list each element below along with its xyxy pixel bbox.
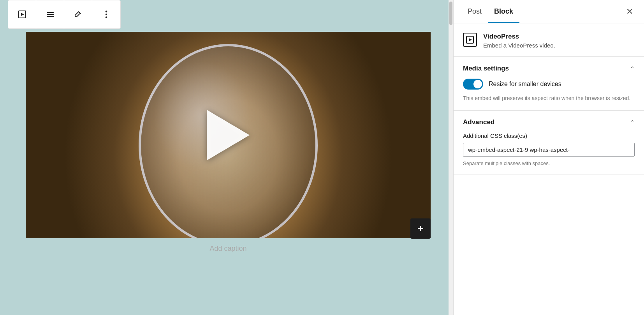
tab-post[interactable]: Post — [461, 0, 488, 23]
resize-toggle-row: Resize for smaller devices — [463, 79, 635, 90]
block-title: VideoPress — [483, 33, 555, 40]
edit-button[interactable] — [64, 0, 92, 28]
svg-rect-3 — [47, 14, 54, 15]
advanced-section: Advanced ⌃ Additional CSS class(es) Sepa… — [454, 111, 644, 174]
media-settings-chevron-icon: ⌃ — [630, 65, 635, 72]
sidebar-tabs: Post Block ✕ — [454, 0, 644, 23]
css-class-label: Additional CSS class(es) — [463, 132, 635, 139]
advanced-header[interactable]: Advanced ⌃ — [463, 118, 635, 126]
close-sidebar-button[interactable]: ✕ — [623, 5, 636, 18]
block-toolbar — [8, 0, 121, 29]
media-settings-section: Media settings ⌃ Resize for smaller devi… — [454, 57, 644, 111]
editor-area: Add caption + — [0, 0, 449, 315]
svg-marker-1 — [21, 13, 24, 16]
sidebar: Post Block ✕ VideoPress Embed a VideoPre… — [453, 0, 644, 315]
css-class-input[interactable] — [463, 143, 635, 157]
block-info: VideoPress Embed a VideoPress video. — [454, 23, 644, 57]
media-settings-description: This embed will preserve its aspect rati… — [463, 94, 635, 102]
more-options-button[interactable] — [92, 0, 120, 28]
css-class-help: Separate multiple classes with spaces. — [463, 160, 635, 166]
tab-block[interactable]: Block — [488, 0, 519, 23]
advanced-title: Advanced — [463, 118, 494, 126]
resize-label: Resize for smaller devices — [489, 81, 561, 88]
toggle-knob — [473, 80, 482, 88]
svg-point-5 — [106, 11, 107, 12]
play-icon — [207, 110, 250, 160]
add-block-button[interactable]: + — [410, 218, 431, 239]
advanced-chevron-icon: ⌃ — [630, 119, 635, 125]
sidebar-content: VideoPress Embed a VideoPress video. Med… — [454, 23, 644, 174]
caption-placeholder: Add caption — [209, 245, 246, 252]
video-block-type-button[interactable] — [8, 0, 36, 28]
block-info-text: VideoPress Embed a VideoPress video. — [483, 33, 555, 49]
video-thumbnail[interactable] — [26, 32, 431, 238]
svg-rect-2 — [47, 12, 54, 13]
resize-toggle[interactable] — [463, 79, 483, 90]
caption-area[interactable]: Add caption — [26, 238, 431, 259]
svg-point-7 — [106, 16, 107, 18]
scrollbar-thumb[interactable] — [449, 2, 452, 25]
align-button[interactable] — [36, 0, 64, 28]
videopress-icon — [463, 33, 477, 47]
scrollbar[interactable] — [449, 0, 453, 315]
svg-rect-4 — [47, 16, 54, 17]
block-description: Embed a VideoPress video. — [483, 42, 555, 49]
video-block: Add caption + — [26, 32, 431, 259]
media-settings-header[interactable]: Media settings ⌃ — [463, 65, 635, 72]
svg-point-6 — [106, 14, 107, 15]
svg-marker-9 — [469, 38, 472, 41]
media-settings-title: Media settings — [463, 65, 509, 72]
